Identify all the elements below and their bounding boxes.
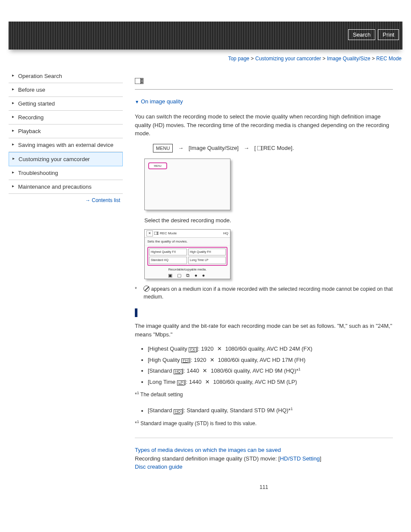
- arrow-icon: →: [178, 145, 184, 151]
- media-icons: ▣ ▢ ⧉ ● ●: [145, 272, 230, 279]
- svg-rect-9: [157, 232, 159, 235]
- option-lp: Long Time LP: [188, 257, 226, 264]
- footnote-std: *1 Standard image quality (STD) is fixed…: [135, 419, 393, 427]
- svg-rect-6: [257, 146, 262, 150]
- breadcrumb-recmode[interactable]: REC Mode: [376, 56, 402, 62]
- fh-badge: FH: [181, 358, 189, 364]
- select-instruction: Select the desired recording mode.: [144, 216, 393, 225]
- triangle-down-icon: ▼: [135, 99, 139, 105]
- breadcrumb-sep: >: [251, 56, 254, 62]
- screenshot-rec-mode: ✕ REC ModeHQ Sets the quality of movies.…: [144, 229, 230, 279]
- prohibit-icon: [143, 286, 149, 292]
- svg-rect-5: [141, 82, 143, 83]
- sidebar-item-before-use[interactable]: Before use: [9, 83, 123, 97]
- movie-icon: [257, 146, 263, 150]
- fx-badge: FX: [189, 347, 196, 352]
- menu-path: MENU → [Image Quality/Size] → [ REC Mode…: [153, 144, 393, 153]
- mode-list-std: [Standard HQ]: Standard quality, Standar…: [148, 406, 393, 415]
- asterisk-note: * appears on a medium icon if a movie re…: [135, 285, 393, 301]
- sidebar-item-customizing[interactable]: Customizing your camcorder: [9, 152, 123, 166]
- breadcrumb: Top page > Customizing your camcorder > …: [0, 50, 411, 66]
- svg-rect-4: [141, 81, 143, 81]
- breadcrumb-customizing[interactable]: Customizing your camcorder: [255, 56, 321, 62]
- mode-fh: [High Quality FH]: 1920✕1080/60i quality…: [148, 356, 393, 364]
- option-hq: Standard HQ: [149, 257, 187, 264]
- option-fh: High Quality FH: [188, 249, 226, 256]
- sidebar-item-maintenance[interactable]: Maintenance and precautions: [9, 180, 123, 194]
- arrow-icon: →: [244, 145, 249, 151]
- divider: [135, 438, 393, 438]
- mode-list-hd: [Highest Quality FX]: 1920✕1080/60i qual…: [148, 345, 393, 386]
- breadcrumb-quality[interactable]: Image Quality/Size: [327, 56, 371, 62]
- related-links: Types of media devices on which the imag…: [135, 446, 393, 471]
- print-button[interactable]: Print: [378, 29, 399, 40]
- mode-std-hq: [Standard HQ]: Standard quality, Standar…: [148, 406, 393, 415]
- hq-badge: HQ: [174, 409, 182, 414]
- on-image-quality-link[interactable]: ▼On image quality: [135, 97, 393, 106]
- sidebar: Operation Search Before use Getting star…: [9, 66, 123, 491]
- contents-list-link[interactable]: Contents list: [92, 197, 120, 203]
- movie-icon: [135, 78, 143, 87]
- sidebar-item-playback[interactable]: Playback: [9, 124, 123, 138]
- footnote-default: *1 The default setting: [135, 390, 393, 398]
- option-fx: Highest Quality FX: [149, 249, 187, 256]
- arrow-icon: →: [85, 197, 90, 203]
- svg-rect-8: [154, 232, 157, 235]
- intro-paragraph: You can switch the recording mode to sel…: [135, 112, 393, 138]
- breadcrumb-sep: >: [372, 56, 375, 62]
- menu-button-icon: MENU: [153, 144, 173, 153]
- lp-badge: LP: [177, 380, 184, 386]
- mode-lp: [Long Time LP]: 1440✕1080/60i quality, A…: [148, 378, 393, 386]
- link-media-types[interactable]: Types of media devices on which the imag…: [135, 447, 281, 453]
- mode-fx: [Highest Quality FX]: 1920✕1080/60i qual…: [148, 345, 393, 353]
- menu-highlight: MENU: [148, 162, 167, 169]
- sidebar-item-recording[interactable]: Recording: [9, 111, 123, 124]
- search-button[interactable]: Search: [348, 29, 375, 40]
- screenshot-menu: MENU: [144, 159, 230, 210]
- hq-badge: HQ: [174, 369, 182, 374]
- sidebar-item-troubleshooting[interactable]: Troubleshooting: [9, 166, 123, 180]
- link-disc-creation[interactable]: Disc creation guide: [135, 464, 183, 470]
- page-number: 111: [135, 483, 393, 491]
- link-hd-std-setting[interactable]: HD/STD Setting: [280, 455, 320, 462]
- mode-hq: [Standard HQ]: 1440✕1080/60i quality, AV…: [148, 367, 393, 375]
- bitrate-paragraph: The image quality and the bit-rate for e…: [135, 322, 393, 339]
- svg-rect-0: [135, 78, 141, 84]
- sidebar-item-getting-started[interactable]: Getting started: [9, 97, 123, 111]
- sidebar-item-saving-images[interactable]: Saving images with an external device: [9, 138, 123, 152]
- section-marker: [135, 308, 137, 317]
- svg-rect-3: [141, 79, 143, 80]
- header-bar: Search Print: [9, 22, 402, 50]
- sidebar-item-operation-search[interactable]: Operation Search: [9, 69, 123, 83]
- breadcrumb-sep: >: [323, 56, 326, 62]
- close-icon: ✕: [146, 230, 153, 236]
- main-content: ▼On image quality You can switch the rec…: [123, 66, 402, 491]
- breadcrumb-top[interactable]: Top page: [228, 56, 249, 62]
